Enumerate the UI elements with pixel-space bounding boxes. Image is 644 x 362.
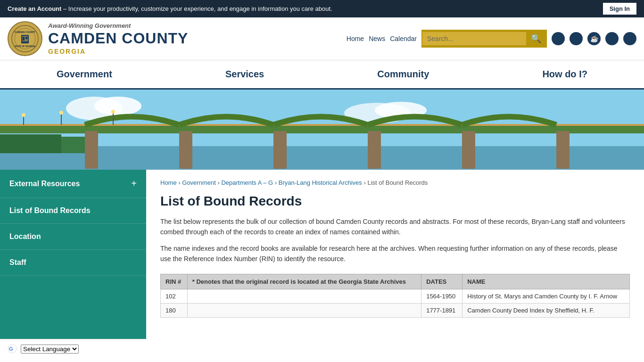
top-bar-desc: – Increase your productivity, customize … <box>61 5 332 12</box>
create-account-link[interactable]: Create an Account <box>8 5 61 12</box>
content-wrapper: External Resources + List of Bound Recor… <box>0 170 644 358</box>
top-bar-message: Create an Account – Increase your produc… <box>8 5 332 12</box>
svg-rect-21 <box>368 131 381 169</box>
nav-calendar[interactable]: Calendar <box>390 35 417 42</box>
external-resources-label: External Resources <box>9 180 80 188</box>
cell-dates: 1564-1950 <box>421 289 462 303</box>
breadcrumb-current: List of Bound Records <box>367 179 428 186</box>
breadcrumb-home[interactable]: Home <box>160 179 177 186</box>
location-label: Location <box>9 232 41 241</box>
breadcrumb-government[interactable]: Government <box>182 179 216 186</box>
nav-government[interactable]: Government <box>38 60 131 88</box>
svg-text:G: G <box>9 346 13 352</box>
cell-name: History of St. Marys and Camden County b… <box>462 289 630 303</box>
table-header-name: NAME <box>462 274 630 289</box>
breadcrumb: Home › Government › Departments A – G › … <box>160 179 630 186</box>
nav-home[interactable]: Home <box>347 35 364 42</box>
svg-rect-6 <box>23 37 25 41</box>
sidebar-item-staff[interactable]: Staff <box>0 250 146 276</box>
svg-text:CAMDEN COUNTY: CAMDEN COUNTY <box>15 31 36 33</box>
cell-note <box>187 289 421 303</box>
award-text: Award-Winning Government <box>48 22 188 30</box>
search-bar: 🔍 <box>421 30 547 48</box>
language-select[interactable]: Select Language Spanish French German Po… <box>21 345 79 354</box>
top-nav-links: Home News Calendar 🔍 f 𝕏 ☕ ▶ in <box>347 30 636 48</box>
breadcrumb-sep3: › <box>275 179 279 186</box>
nav-news[interactable]: News <box>369 35 385 42</box>
instagram-icon[interactable]: ☕ <box>587 32 601 45</box>
external-resources-expand-icon: + <box>131 178 137 189</box>
table-row: 102 1564-1950 History of St. Marys and C… <box>161 289 630 303</box>
top-bar: Create an Account – Increase your produc… <box>0 0 644 17</box>
cell-name: Camden County Deed Index by Sheffield, H… <box>462 303 630 317</box>
nav-community[interactable]: Community <box>358 60 448 88</box>
hero-image <box>0 90 644 170</box>
bridge-svg <box>0 90 644 170</box>
sidebar-item-list-of-bound-records[interactable]: List of Bound Records <box>0 198 146 224</box>
svg-point-25 <box>22 113 25 117</box>
table-row: 180 1777-1891 Camden County Deed Index b… <box>161 303 630 317</box>
county-seal: CAMDEN COUNTY STATE OF GEORGIA <box>8 21 42 56</box>
svg-rect-23 <box>556 131 570 169</box>
header-nav: Home News Calendar 🔍 f 𝕏 ☕ ▶ in <box>347 30 636 48</box>
staff-label: Staff <box>9 258 26 267</box>
county-name: CAMDEN COUNTY <box>48 29 188 47</box>
seal-svg: CAMDEN COUNTY STATE OF GEORGIA <box>11 25 39 53</box>
sidebar: External Resources + List of Bound Recor… <box>0 170 146 358</box>
list-of-bound-records-label: List of Bound Records <box>9 206 91 215</box>
cell-rin: 180 <box>161 303 188 317</box>
site-name-block: Award-Winning Government CAMDEN COUNTY G… <box>48 22 188 56</box>
sidebar-item-location[interactable]: Location <box>0 224 146 250</box>
svg-rect-20 <box>273 131 287 169</box>
breadcrumb-archives[interactable]: Bryan-Lang Historical Archives <box>279 179 362 186</box>
svg-point-27 <box>59 111 63 115</box>
nav-services[interactable]: Services <box>206 60 283 88</box>
youtube-icon[interactable]: ▶ <box>605 32 619 45</box>
sidebar-item-external-resources[interactable]: External Resources + <box>0 170 146 198</box>
cell-rin: 102 <box>161 289 188 303</box>
main-content: Home › Government › Departments A – G › … <box>146 170 644 358</box>
facebook-icon[interactable]: f <box>552 32 565 45</box>
breadcrumb-departments[interactable]: Departments A – G <box>221 179 273 186</box>
sign-in-button[interactable]: Sign In <box>603 3 636 15</box>
page-description-1: The list below represents the bulk of ou… <box>160 216 630 238</box>
svg-rect-7 <box>25 37 27 39</box>
svg-text:STATE OF GEORGIA: STATE OF GEORGIA <box>15 45 36 48</box>
cell-dates: 1777-1891 <box>421 303 462 317</box>
state-name: GEORGIA <box>48 48 188 56</box>
svg-point-10 <box>94 97 141 115</box>
search-input[interactable] <box>422 32 526 45</box>
language-selector: G Select Language Spanish French German … <box>0 339 146 358</box>
site-header: CAMDEN COUNTY STATE OF GEORGIA Award-Win… <box>0 17 644 60</box>
table-header-dates: DATES <box>421 274 462 289</box>
page-description-2: The name indexes and the record books ar… <box>160 243 630 264</box>
google-translate-icon: G <box>8 344 17 354</box>
svg-rect-14 <box>0 134 61 153</box>
svg-rect-15 <box>61 137 85 153</box>
header-brand: CAMDEN COUNTY STATE OF GEORGIA Award-Win… <box>8 21 188 56</box>
nav-how-do-i[interactable]: How do I? <box>523 60 606 88</box>
svg-rect-19 <box>179 131 192 169</box>
cell-note <box>187 303 421 317</box>
svg-rect-22 <box>462 131 475 169</box>
table-header-rin: RIN # <box>161 274 188 289</box>
records-table: RIN # * Denotes that the original record… <box>160 274 630 318</box>
page-title: List of Bound Records <box>160 194 630 209</box>
table-header-note: * Denotes that the original record is lo… <box>187 274 421 289</box>
main-navigation: Government Services Community How do I? <box>0 60 644 90</box>
svg-point-29 <box>111 110 115 114</box>
svg-rect-18 <box>85 131 98 169</box>
linkedin-icon[interactable]: in <box>623 32 636 45</box>
twitter-icon[interactable]: 𝕏 <box>570 32 583 45</box>
search-button[interactable]: 🔍 <box>526 31 546 47</box>
